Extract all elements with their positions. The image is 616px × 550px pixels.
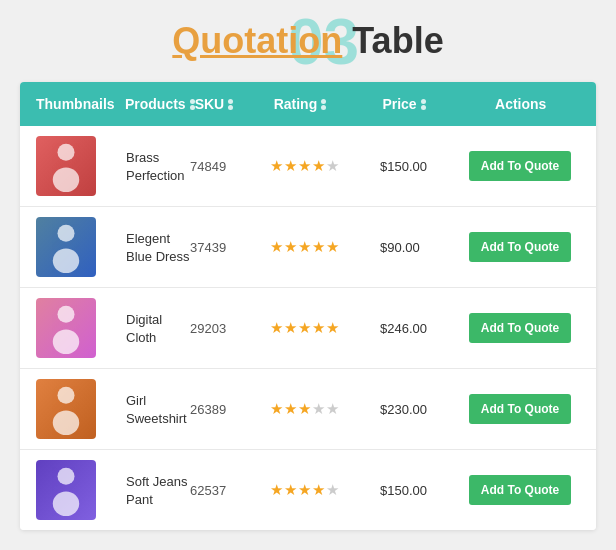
col-rating-header[interactable]: Rating bbox=[274, 96, 383, 112]
price-cell: $230.00 bbox=[380, 400, 460, 418]
sku-value: 29203 bbox=[190, 321, 226, 336]
sku-cell: 74849 bbox=[190, 157, 270, 175]
price-cell: $246.00 bbox=[380, 319, 460, 337]
svg-point-3 bbox=[53, 248, 79, 273]
svg-point-2 bbox=[57, 225, 74, 242]
product-thumb bbox=[36, 217, 96, 277]
thumb-figure bbox=[36, 460, 96, 520]
product-name: Brass Perfection bbox=[126, 150, 185, 183]
actions-cell: Add To Quote bbox=[460, 151, 580, 181]
svg-point-8 bbox=[57, 468, 74, 485]
rating-cell: ★★★★★ bbox=[270, 319, 380, 337]
table-row: Elegent Blue Dress 37439 ★★★★★ $90.00 Ad… bbox=[20, 207, 596, 288]
price-value: $230.00 bbox=[380, 402, 427, 417]
table-body: Brass Perfection 74849 ★★★★★ $150.00 Add… bbox=[20, 126, 596, 530]
sku-value: 62537 bbox=[190, 483, 226, 498]
sku-cell: 62537 bbox=[190, 481, 270, 499]
product-thumbnail-cell bbox=[36, 217, 126, 277]
actions-cell: Add To Quote bbox=[460, 313, 580, 343]
price-value: $90.00 bbox=[380, 240, 420, 255]
svg-point-4 bbox=[57, 306, 74, 323]
col-products-header[interactable]: Products bbox=[125, 96, 195, 112]
star-rating: ★★★★★ bbox=[270, 238, 340, 255]
thumb-figure bbox=[36, 379, 96, 439]
col-sku-header[interactable]: SKU bbox=[195, 96, 274, 112]
price-sort-icon bbox=[421, 99, 426, 110]
product-name: Girl Sweetshirt bbox=[126, 393, 187, 426]
thumb-figure bbox=[36, 217, 96, 277]
price-cell: $150.00 bbox=[380, 157, 460, 175]
col-actions-header: Actions bbox=[461, 96, 580, 112]
sku-cell: 26389 bbox=[190, 400, 270, 418]
product-name-cell: Soft Jeans Pant bbox=[126, 472, 190, 508]
svg-point-6 bbox=[57, 387, 74, 404]
star-rating: ★★★★★ bbox=[270, 157, 340, 174]
svg-point-0 bbox=[57, 144, 74, 161]
rating-cell: ★★★★★ bbox=[270, 481, 380, 499]
page-title-highlighted: Quotation bbox=[172, 20, 342, 61]
add-to-quote-button[interactable]: Add To Quote bbox=[469, 232, 571, 262]
product-thumb bbox=[36, 460, 96, 520]
product-name-cell: Brass Perfection bbox=[126, 148, 190, 184]
add-to-quote-button[interactable]: Add To Quote bbox=[469, 475, 571, 505]
add-to-quote-button[interactable]: Add To Quote bbox=[469, 313, 571, 343]
product-name-cell: Digital Cloth bbox=[126, 310, 190, 346]
product-name: Soft Jeans Pant bbox=[126, 474, 187, 507]
star-rating: ★★★★★ bbox=[270, 400, 340, 417]
product-thumbnail-cell bbox=[36, 379, 126, 439]
product-thumb bbox=[36, 136, 96, 196]
product-name: Elegent Blue Dress bbox=[126, 231, 190, 264]
thumb-figure bbox=[36, 298, 96, 358]
product-thumb bbox=[36, 298, 96, 358]
table-row: Brass Perfection 74849 ★★★★★ $150.00 Add… bbox=[20, 126, 596, 207]
product-thumb bbox=[36, 379, 96, 439]
product-name-cell: Elegent Blue Dress bbox=[126, 229, 190, 265]
product-thumbnail-cell bbox=[36, 460, 126, 520]
thumb-figure bbox=[36, 136, 96, 196]
sku-value: 74849 bbox=[190, 159, 226, 174]
product-name: Digital Cloth bbox=[126, 312, 162, 345]
actions-cell: Add To Quote bbox=[460, 232, 580, 262]
actions-cell: Add To Quote bbox=[460, 475, 580, 505]
sku-cell: 29203 bbox=[190, 319, 270, 337]
rating-cell: ★★★★★ bbox=[270, 400, 380, 418]
star-rating: ★★★★★ bbox=[270, 481, 340, 498]
add-to-quote-button[interactable]: Add To Quote bbox=[469, 151, 571, 181]
svg-point-5 bbox=[53, 329, 79, 354]
page-title-normal: Table bbox=[342, 20, 443, 61]
price-value: $246.00 bbox=[380, 321, 427, 336]
product-thumbnail-cell bbox=[36, 136, 126, 196]
page-title: Quotation Table bbox=[20, 20, 596, 62]
svg-point-9 bbox=[53, 491, 79, 516]
table-row: Soft Jeans Pant 62537 ★★★★★ $150.00 Add … bbox=[20, 450, 596, 530]
sku-value: 37439 bbox=[190, 240, 226, 255]
price-value: $150.00 bbox=[380, 159, 427, 174]
sku-sort-icon bbox=[228, 99, 233, 110]
col-thumbnails-header: Thumbnails bbox=[36, 96, 125, 112]
add-to-quote-button[interactable]: Add To Quote bbox=[469, 394, 571, 424]
actions-cell: Add To Quote bbox=[460, 394, 580, 424]
product-thumbnail-cell bbox=[36, 298, 126, 358]
svg-point-1 bbox=[53, 167, 79, 192]
sku-cell: 37439 bbox=[190, 238, 270, 256]
product-name-cell: Girl Sweetshirt bbox=[126, 391, 190, 427]
rating-sort-icon bbox=[321, 99, 326, 110]
svg-point-7 bbox=[53, 410, 79, 435]
table-header: Thumbnails Products SKU Rating Price Act… bbox=[20, 82, 596, 126]
rating-cell: ★★★★★ bbox=[270, 238, 380, 256]
sku-value: 26389 bbox=[190, 402, 226, 417]
rating-cell: ★★★★★ bbox=[270, 157, 380, 175]
table-row: Girl Sweetshirt 26389 ★★★★★ $230.00 Add … bbox=[20, 369, 596, 450]
price-cell: $150.00 bbox=[380, 481, 460, 499]
price-value: $150.00 bbox=[380, 483, 427, 498]
quotation-table: Thumbnails Products SKU Rating Price Act… bbox=[20, 82, 596, 530]
table-row: Digital Cloth 29203 ★★★★★ $246.00 Add To… bbox=[20, 288, 596, 369]
col-price-header[interactable]: Price bbox=[382, 96, 461, 112]
price-cell: $90.00 bbox=[380, 238, 460, 256]
page-title-wrap: 03 Quotation Table bbox=[20, 20, 596, 62]
star-rating: ★★★★★ bbox=[270, 319, 340, 336]
